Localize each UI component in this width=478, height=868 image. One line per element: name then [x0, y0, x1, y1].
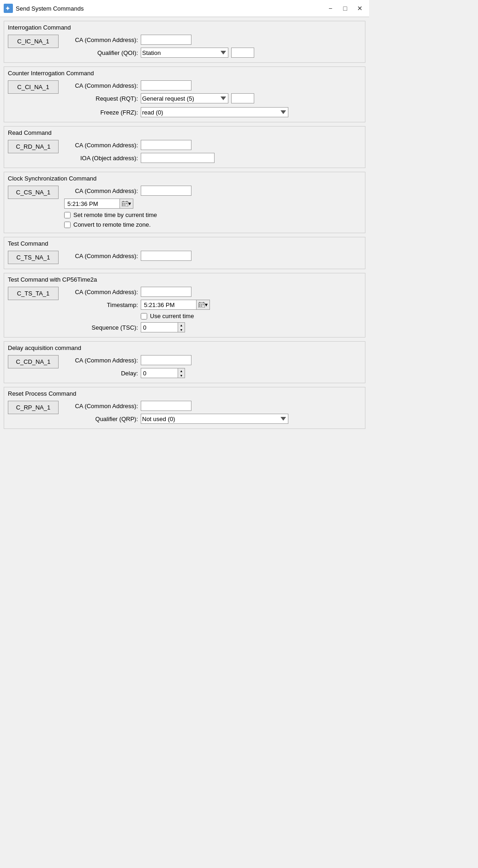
test-cp56-title: Test Command with CP56Time2a	[8, 276, 361, 283]
test-cp56-button[interactable]: C_TS_TA_1	[8, 287, 59, 300]
test-cp56-section: Test Command with CP56Time2a C_TS_TA_1 C…	[4, 273, 365, 338]
test-cp56-usecurrent-checkbox-row: Use current time	[141, 313, 194, 319]
svg-rect-7	[124, 205, 125, 205]
clock-sync-ca-input[interactable]	[141, 186, 191, 196]
test-section: Test Command C_TS_NA_1 CA (Common Addres…	[4, 237, 365, 269]
counter-request-select[interactable]: General request (5) Request group 1 (1) …	[141, 93, 228, 103]
test-cp56-time-picker-btn[interactable]: ▾	[196, 300, 210, 310]
test-cp56-sequence-input[interactable]	[141, 322, 178, 332]
close-button[interactable]: ✕	[354, 3, 365, 14]
reset-process-title: Reset Process Command	[8, 390, 361, 397]
title-bar: ✦ Send System Commands − □ ✕	[0, 0, 369, 17]
counter-ca-label: CA (Common Address):	[64, 82, 138, 89]
counter-request-row: Request (RQT): General request (5) Reque…	[64, 93, 361, 103]
delay-spinbox-up[interactable]: ▲	[178, 368, 185, 373]
reset-process-ca-input[interactable]	[141, 401, 191, 411]
read-ioa-input[interactable]	[141, 153, 215, 163]
set-remote-time-checkbox[interactable]	[64, 212, 71, 218]
reset-process-ca-label: CA (Common Address):	[64, 403, 138, 410]
test-cp56-time-input[interactable]	[141, 300, 196, 310]
test-cp56-timestamp-row: Timestamp:	[64, 300, 361, 310]
reset-process-qualifier-select[interactable]: Not used (0) General reset (1) Reset eve…	[141, 414, 288, 424]
clock-sync-title: Clock Synchronization Command	[8, 175, 361, 182]
minimize-button[interactable]: −	[325, 3, 336, 14]
counter-title: Counter Interrogation Command	[8, 70, 361, 77]
set-remote-time-label: Set remote time by current time	[73, 211, 157, 218]
convert-timezone-row: Convert to remote time zone.	[64, 221, 361, 228]
interrogation-ca-input[interactable]	[141, 35, 191, 45]
counter-request-label: Request (RQT):	[64, 95, 138, 102]
counter-freeze-row: Freeze (FRZ): read (0) freeze without re…	[64, 107, 361, 117]
clock-sync-fields: CA (Common Address):	[64, 186, 361, 228]
clock-sync-body: C_CS_NA_1 CA (Common Address):	[8, 186, 361, 228]
delay-spinbox-input[interactable]	[141, 368, 178, 378]
delay-ca-row: CA (Common Address):	[64, 355, 361, 365]
interrogation-qualifier-select[interactable]: Station Group 1 Group 2 Group 3 General	[141, 48, 228, 58]
counter-request-extra[interactable]	[231, 93, 254, 103]
reset-process-button[interactable]: C_RP_NA_1	[8, 401, 59, 414]
convert-timezone-label: Convert to remote time zone.	[73, 221, 151, 228]
counter-section: Counter Interrogation Command C_CI_NA_1 …	[4, 66, 365, 122]
test-cp56-sequence-label: Sequence (TSC):	[64, 324, 138, 331]
delay-value-label: Delay:	[64, 370, 138, 377]
interrogation-ca-row: CA (Common Address):	[64, 35, 361, 45]
test-title: Test Command	[8, 240, 361, 247]
interrogation-button[interactable]: C_IC_NA_1	[8, 35, 59, 48]
clock-sync-time-row: ▾	[64, 199, 361, 209]
test-ca-input[interactable]	[141, 251, 191, 261]
read-button[interactable]: C_RD_NA_1	[8, 140, 59, 153]
test-cp56-sequence-down[interactable]: ▼	[178, 327, 185, 332]
interrogation-body: C_IC_NA_1 CA (Common Address): Qualifier…	[8, 35, 361, 58]
maximize-button[interactable]: □	[340, 3, 351, 14]
test-cp56-sequence-up[interactable]: ▲	[178, 323, 185, 327]
counter-ca-input[interactable]	[141, 80, 191, 90]
set-remote-time-row: Set remote time by current time	[64, 211, 361, 218]
read-title: Read Command	[8, 129, 361, 136]
read-fields: CA (Common Address): IOA (Object address…	[64, 140, 361, 163]
counter-body: C_CI_NA_1 CA (Common Address): Request (…	[8, 80, 361, 117]
test-fields: CA (Common Address):	[64, 251, 361, 261]
calendar-icon2	[198, 302, 205, 307]
test-cp56-fields: CA (Common Address): Timestamp:	[64, 287, 361, 332]
svg-text:✦: ✦	[5, 5, 10, 12]
counter-freeze-label: Freeze (FRZ):	[64, 109, 138, 116]
counter-fields: CA (Common Address): Request (RQT): Gene…	[64, 80, 361, 117]
delay-fields: CA (Common Address): Delay: ▲ ▼	[64, 355, 361, 378]
delay-spinbox: ▲ ▼	[141, 368, 185, 378]
read-ca-input[interactable]	[141, 140, 191, 150]
svg-rect-12	[201, 304, 202, 305]
clock-sync-time-input[interactable]	[64, 199, 120, 209]
calendar-icon	[122, 201, 128, 206]
test-button[interactable]: C_TS_NA_1	[8, 251, 59, 264]
convert-timezone-checkbox[interactable]	[64, 222, 71, 228]
clock-sync-time-picker-btn[interactable]: ▾	[120, 199, 133, 209]
test-cp56-ca-row: CA (Common Address):	[64, 287, 361, 297]
reset-process-fields: CA (Common Address): Qualifier (QRP): No…	[64, 401, 361, 424]
counter-ca-row: CA (Common Address):	[64, 80, 361, 90]
delay-spinbox-down[interactable]: ▼	[178, 373, 185, 378]
svg-rect-15	[201, 306, 202, 307]
delay-button[interactable]: C_CD_NA_1	[8, 355, 59, 368]
test-cp56-ca-input[interactable]	[141, 287, 191, 297]
counter-freeze-select[interactable]: read (0) freeze without reset (1) freeze…	[141, 107, 288, 117]
read-section: Read Command C_RD_NA_1 CA (Common Addres…	[4, 126, 365, 168]
svg-rect-5	[126, 203, 127, 204]
test-cp56-sequence-spinbox: ▲ ▼	[141, 322, 185, 332]
interrogation-qualifier-extra[interactable]	[231, 48, 254, 58]
clock-sync-ca-label: CA (Common Address):	[64, 187, 138, 194]
read-body: C_RD_NA_1 CA (Common Address): IOA (Obje…	[8, 140, 361, 163]
test-ca-row: CA (Common Address):	[64, 251, 361, 261]
interrogation-ca-label: CA (Common Address):	[64, 36, 138, 43]
clock-sync-button[interactable]: C_CS_NA_1	[8, 186, 59, 199]
counter-button[interactable]: C_CI_NA_1	[8, 80, 59, 94]
delay-ca-input[interactable]	[141, 355, 191, 365]
reset-process-qualifier-row: Qualifier (QRP): Not used (0) General re…	[64, 414, 361, 424]
delay-title: Delay acquisition command	[8, 344, 361, 351]
read-ioa-label: IOA (Object address):	[64, 155, 138, 162]
reset-process-section: Reset Process Command C_RP_NA_1 CA (Comm…	[4, 387, 365, 429]
clock-sync-ca-row: CA (Common Address):	[64, 186, 361, 196]
test-cp56-usecurrent-checkbox[interactable]	[141, 313, 147, 319]
clock-sync-time-wrapper: ▾	[64, 199, 133, 209]
svg-rect-3	[122, 203, 124, 204]
counter-request-wrapper: General request (5) Request group 1 (1) …	[141, 93, 228, 103]
